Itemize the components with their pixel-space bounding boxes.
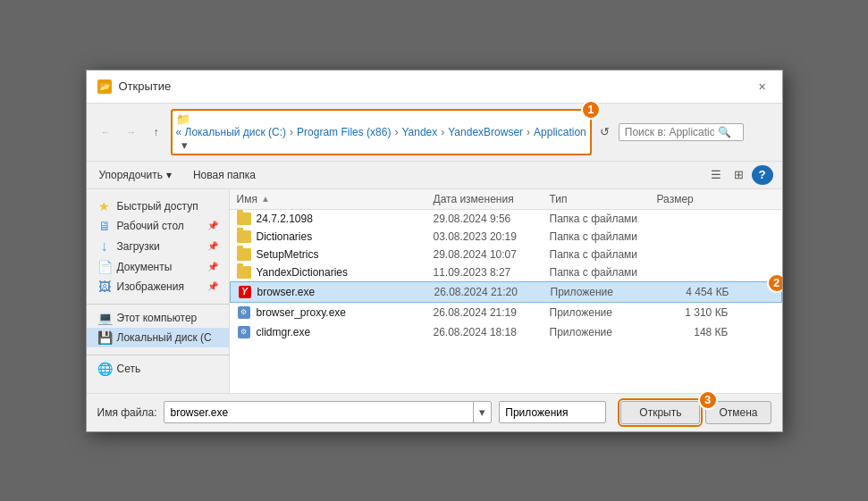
desktop-icon: 🖥 — [97, 219, 112, 233]
search-input[interactable] — [625, 126, 714, 138]
view-buttons: ☰ ⊞ ? — [705, 165, 773, 185]
file-date-cell: 26.08.2024 21:19 — [434, 306, 550, 319]
path-part-2: Program Files (x86) — [297, 126, 391, 138]
help-button[interactable]: ? — [752, 165, 773, 185]
pin-icon-desktop: 📌 — [207, 221, 218, 230]
table-row[interactable]: ⚙ clidmgr.exe 26.08.2024 18:18 Приложени… — [230, 322, 782, 342]
app-exe-icon: ⚙ — [237, 325, 251, 339]
file-date-cell: 29.08.2024 10:07 — [434, 248, 550, 261]
file-type-cell: Папка с файлами — [550, 213, 657, 225]
sidebar-item-documents[interactable]: 📄 Документы 📌 — [87, 257, 229, 277]
sidebar-divider-1 — [87, 304, 229, 305]
file-name-cell: 24.7.2.1098 — [237, 213, 434, 225]
images-icon: 🖼 — [97, 280, 112, 294]
table-row[interactable]: Dictionaries 03.08.2023 20:19 Папка с фа… — [230, 228, 782, 246]
badge-1: 1 — [581, 100, 601, 120]
view-details-button[interactable]: ☰ — [705, 165, 727, 185]
bottom-bar: Имя файла: ▾ ▾ Открыть 3 Отмена — [87, 393, 782, 431]
dialog-title: Открытие — [119, 79, 172, 93]
forward-button[interactable]: → — [121, 121, 142, 143]
sidebar-item-downloads[interactable]: ↓ Загрузки 📌 — [87, 236, 229, 257]
folder-icon — [237, 248, 251, 261]
table-row[interactable]: Y browser.exe 26.08.2024 21:20 Приложени… — [230, 281, 782, 303]
file-size-cell: 148 КБ — [657, 326, 729, 338]
file-date-cell: 26.08.2024 18:18 — [434, 326, 550, 338]
sidebar-item-quick-access[interactable]: ★ Быстрый доступ — [87, 196, 229, 216]
up-button[interactable]: ↑ — [146, 121, 167, 143]
file-date-cell: 26.08.2024 21:20 — [434, 286, 551, 298]
sidebar-this-pc-label: Этот компьютер — [117, 312, 198, 324]
filename-input-container: ▾ — [164, 401, 492, 423]
dialog-icon: 📂 — [97, 79, 112, 94]
file-type-cell: Приложение — [550, 326, 657, 338]
file-name-text: browser_proxy.exe — [257, 306, 347, 319]
back-button[interactable]: ← — [96, 121, 117, 143]
address-toolbar: ← → ↑ 📁 « Локальный диск (C:) › Program … — [87, 104, 782, 162]
sidebar-item-this-pc[interactable]: 💻 Этот компьютер — [87, 308, 229, 328]
computer-section: 💻 Этот компьютер 💾 Локальный диск (С — [87, 308, 229, 347]
path-part-1: « Локальный диск (C:) — [176, 126, 287, 138]
new-folder-label: Новая папка — [193, 169, 256, 181]
file-name-text: 24.7.2.1098 — [257, 213, 313, 225]
search-icon: 🔍 — [718, 126, 731, 138]
main-area: ★ Быстрый доступ 🖥 Рабочий стол 📌 ↓ Загр… — [87, 189, 782, 393]
network-icon: 🌐 — [97, 362, 112, 376]
table-row[interactable]: 24.7.2.1098 29.08.2024 9:56 Папка с файл… — [230, 210, 782, 228]
new-folder-button[interactable]: Новая папка — [190, 167, 259, 183]
address-folder-icon: 📁 — [176, 113, 190, 126]
title-bar: 📂 Открытие × — [87, 71, 782, 104]
pin-icon-downloads: 📌 — [207, 241, 218, 251]
search-box[interactable]: 🔍 — [619, 123, 744, 141]
table-row[interactable]: ⚙ browser_proxy.exe 26.08.2024 21:19 При… — [230, 303, 782, 322]
file-name-cell: YandexDictionaries — [237, 266, 434, 279]
bottom-buttons: Открыть 3 Отмена — [620, 401, 771, 424]
quick-access-section: ★ Быстрый доступ 🖥 Рабочий стол 📌 ↓ Загр… — [87, 196, 229, 296]
disk-icon: 💾 — [97, 330, 112, 345]
sidebar-downloads-label: Загрузки — [117, 240, 160, 253]
sidebar-item-images[interactable]: 🖼 Изображения 📌 — [87, 277, 229, 296]
col-name-header[interactable]: Имя ▲ — [237, 193, 434, 205]
file-name-text: YandexDictionaries — [257, 266, 349, 279]
file-area: Имя ▲ Дата изменения Тип Размер 24.7.2.1… — [230, 189, 782, 393]
col-date-label: Дата изменения — [434, 193, 514, 205]
table-row[interactable]: YandexDictionaries 11.09.2023 8:27 Папка… — [230, 263, 782, 281]
path-part-4: YandexBrowser — [448, 126, 523, 138]
pc-icon: 💻 — [97, 311, 112, 325]
table-row[interactable]: SetupMetrics 29.08.2024 10:07 Папка с фа… — [230, 246, 782, 263]
folder-icon — [237, 213, 251, 225]
path-part-5: Application — [534, 126, 586, 138]
col-type-header[interactable]: Тип — [550, 193, 657, 205]
network-section: 🌐 Сеть — [87, 359, 229, 379]
close-button[interactable]: × — [754, 78, 771, 96]
address-bar[interactable]: 📁 « Локальный диск (C:) › Program Files … — [171, 109, 592, 155]
filename-input[interactable] — [164, 403, 473, 422]
col-date-header[interactable]: Дата изменения — [434, 193, 550, 205]
refresh-button[interactable]: ↺ — [595, 122, 615, 142]
view-large-icons-button[interactable]: ⊞ — [729, 165, 750, 185]
download-icon: ↓ — [97, 238, 112, 255]
col-type-label: Тип — [550, 193, 568, 205]
badge-3: 3 — [698, 390, 718, 410]
file-type-cell: Папка с файлами — [550, 248, 657, 261]
file-name-cell: Y browser.exe — [238, 285, 434, 299]
sidebar-item-desktop[interactable]: 🖥 Рабочий стол 📌 — [87, 216, 229, 236]
badge-2: 2 — [767, 273, 782, 293]
open-button[interactable]: Открыть — [620, 401, 700, 424]
organize-label: Упорядочить — [99, 169, 163, 181]
path-part-3: Yandex — [401, 126, 437, 138]
file-date-cell: 29.08.2024 9:56 — [434, 213, 550, 225]
file-size-cell: 1 310 КБ — [657, 306, 729, 319]
sidebar-item-local-disk[interactable]: 💾 Локальный диск (С — [87, 328, 229, 347]
folder-icon — [237, 266, 251, 279]
file-date-cell: 11.09.2023 8:27 — [434, 266, 550, 279]
yandex-exe-icon: Y — [238, 285, 252, 299]
file-type-cell: Приложение — [550, 306, 657, 319]
star-icon: ★ — [97, 199, 112, 213]
address-dropdown[interactable]: ▾ — [176, 138, 194, 152]
sidebar-item-network[interactable]: 🌐 Сеть — [87, 359, 229, 379]
filename-dropdown-icon[interactable]: ▾ — [473, 402, 491, 422]
col-size-header[interactable]: Размер — [657, 193, 729, 205]
file-header: Имя ▲ Дата изменения Тип Размер — [230, 189, 782, 210]
organize-button[interactable]: Упорядочить ▾ — [96, 167, 175, 183]
col-size-label: Размер — [657, 193, 694, 205]
